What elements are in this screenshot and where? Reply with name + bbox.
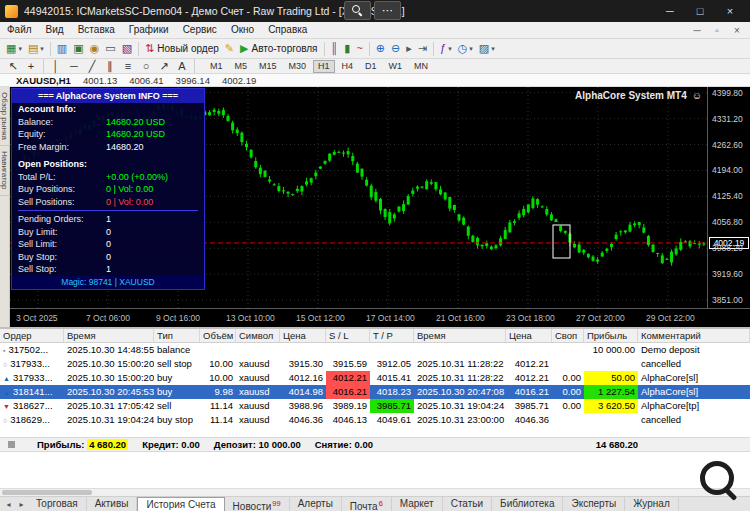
tab-trade[interactable]: Торговая [28,497,87,511]
tab-code-base[interactable]: Библиотека [492,497,563,511]
auto-scroll-button[interactable]: ▸ [403,40,415,58]
history-table-header: ОрдерВремяТипОбъёмСимволЦенаS / LT / PВр… [0,329,750,343]
metaeditor-button[interactable]: ✎ [222,40,237,58]
equidistant-channel-button[interactable]: ∥ [101,59,119,73]
info-value: 14680.20 [106,141,198,154]
timeframe-m15[interactable]: M15 [254,60,282,73]
history-row[interactable]: ○317933...2025.10.30 15:00:20sell stop10… [0,357,750,371]
scrollbar-thumb[interactable] [2,490,92,495]
tab-articles[interactable]: Статьи [443,497,492,511]
child-close-button[interactable]: × [727,25,747,36]
horizontal-line-button[interactable]: ─ [65,59,83,73]
timeframe-m1[interactable]: M1 [205,60,228,73]
tab-market[interactable]: Маркет [392,497,443,511]
quote-high: 4006.41 [129,75,163,86]
tab-journal[interactable]: Журнал [625,497,679,511]
tab-alerts[interactable]: Алерты [290,497,342,511]
minimize-button[interactable]: ─ [655,0,685,22]
tabs-scroll-right[interactable]: ▸ [15,500,28,509]
history-row[interactable]: ▪317502...2025.10.30 14:48:55balance10 0… [0,343,750,357]
tab-exposure[interactable]: Активы [87,497,138,511]
child-minimize-button[interactable]: ─ [687,25,707,36]
timeframe-m30[interactable]: M30 [284,60,312,73]
tab-label: Эксперты [571,498,616,509]
horizontal-scrollbar[interactable] [0,488,750,496]
cell-symbol: xauusd [236,413,280,427]
market-watch-button[interactable]: ▥ [54,40,70,58]
new-order-button[interactable]: ⇅Новый ордер [142,40,222,58]
auto-trading-button[interactable]: ▶Авто-торговля [237,40,321,58]
new-chart-button[interactable]: ▦▾ [3,40,25,58]
timeframe-h4[interactable]: H4 [337,60,359,73]
time-axis[interactable]: 3 Oct 20257 Oct 06:009 Oct 16:0013 Oct 1… [10,308,750,327]
tab-mailbox[interactable]: Почта6 [342,497,392,511]
maximize-button[interactable]: □ [685,0,715,22]
zoom-tool-button[interactable] [344,1,371,20]
menu-charts[interactable]: Графики [122,22,176,38]
menu-file[interactable]: Файл [0,22,39,38]
tab-account-history[interactable]: История Счета [137,497,224,511]
timeframe-toolbar: M1M5M15M30H1H4D1W1MN [204,60,434,73]
menu-service[interactable]: Сервис [176,22,224,38]
navigator-tab[interactable]: Навигатор [0,146,9,195]
history-row[interactable]: ▲318141...2025.10.30 20:45:53buy9.98xauu… [0,385,750,399]
price-axis[interactable]: 4002.19 4399.804331.204262.604194.004125… [707,87,750,308]
timeframe-d1[interactable]: D1 [360,60,382,73]
zoom-out-button[interactable]: ⊖ [388,40,403,58]
time-axis-label: 13 Oct 10:00 [226,313,275,323]
fibonacci-button[interactable]: ≡ [119,59,137,73]
history-table-rows: ▪317502...2025.10.30 14:48:55balance10 0… [0,343,750,427]
equidistant-channel-icon: ∥ [107,61,113,72]
templates-button[interactable]: ▨▾ [476,40,498,58]
menu-window[interactable]: Окно [224,22,261,38]
strategy-tester-button[interactable]: ▧ [119,40,135,58]
timeframe-mn[interactable]: MN [409,60,433,73]
cell-tp: 3985.71 [370,399,414,413]
shapes-button[interactable]: ○ [137,59,155,73]
market-watch-tab[interactable]: Обзор рынка [0,87,9,146]
tab-news[interactable]: Новости99 [225,497,290,511]
more-tools-button[interactable]: ⋯ [374,1,401,20]
metaeditor-icon: ✎ [225,43,234,54]
text-button[interactable]: A [173,59,191,73]
indicators-button[interactable]: ƒ▾ [437,40,455,58]
data-window-button[interactable]: ▣ [70,40,86,58]
tab-badge: 6 [379,499,383,508]
tabs-scroll-left[interactable]: ◂ [2,500,15,509]
arrows-button[interactable]: ↗ [155,59,173,73]
child-restore-button[interactable]: ▫ [707,25,727,36]
periods-button[interactable]: ◷▾ [455,40,476,58]
summary-credit: Кредит: 0.00 [142,439,200,450]
bar-chart-mode-button[interactable]: ║ [328,40,342,58]
tab-experts[interactable]: Эксперты [563,497,625,511]
menu-help[interactable]: Справка [261,22,314,38]
vertical-line-button[interactable]: │ [47,59,65,73]
history-row[interactable]: ▲317933...2025.10.30 15:00:20buy10.00xau… [0,371,750,385]
trendline-button[interactable]: ╱ [83,59,101,73]
info-value: 14680.20 USD [106,116,198,129]
zoom-overlay-button[interactable] [698,459,744,505]
menu-insert[interactable]: Вставка [71,22,122,38]
terminal-panel-button[interactable]: ▭ [102,40,118,58]
summary-profit: Прибыль: 4 680.20 [37,439,128,450]
line-chart-mode-button[interactable]: ~ [353,40,365,58]
candle-chart-mode-button[interactable]: ▮ [341,40,353,58]
cell-tp: 4049.61 [370,413,414,427]
menu-view[interactable]: Вид [39,22,71,38]
zoom-in-button[interactable]: ⊕ [373,40,388,58]
chevron-down-icon: ▾ [448,45,452,53]
timeframe-w1[interactable]: W1 [384,60,408,73]
close-button[interactable]: × [715,0,745,22]
profiles-button[interactable]: ▤▾ [25,40,47,58]
timeframe-h1[interactable]: H1 [313,60,335,73]
chart-shift-button[interactable]: ⇥ [415,40,430,58]
chart-area[interactable]: AlphaCore System MT4 ☺ === AlphaCore Sys… [10,87,750,327]
navigator-button[interactable]: ◉ [87,40,103,58]
history-row[interactable]: ○318629...2025.10.31 19:04:24buy stop11.… [0,413,750,427]
cell-price2: 4016.21 [506,385,552,399]
crosshair-button[interactable]: + [22,59,40,73]
info-value: 1 [106,263,198,276]
timeframe-m5[interactable]: M5 [230,60,253,73]
cursor-button[interactable]: ↖ [4,59,22,73]
history-row[interactable]: ▼318627...2025.10.31 17:05:42sell11.14xa… [0,399,750,413]
